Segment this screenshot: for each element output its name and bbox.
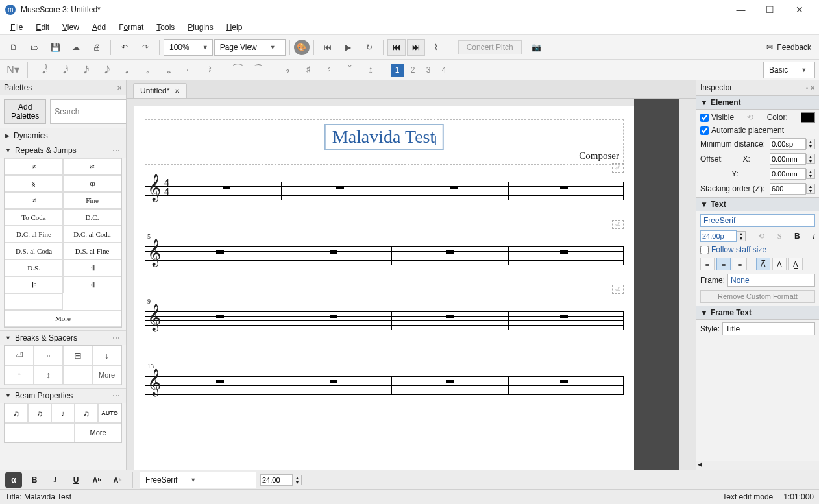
natural-icon[interactable]: ♮ [320,62,338,78]
undock-icon[interactable]: ▫ ✕ [806,84,815,91]
voice-3-button[interactable]: 3 [422,64,435,77]
repeat-cell[interactable]: To Coda [5,209,63,226]
repeat-cell[interactable]: ⊕ [63,175,121,192]
close-tab-icon[interactable]: ✕ [175,88,180,95]
underline-button[interactable]: U [67,472,84,488]
cloud-icon[interactable]: ☁ [66,38,86,56]
menu-help[interactable]: Help [220,21,249,33]
repeat-cell[interactable]: D.C. [63,209,121,226]
menu-plugins[interactable]: Plugins [181,21,219,33]
staff-system[interactable]: 𝄞 [145,371,624,398]
break-cell[interactable]: ⏎ [5,346,34,365]
offset-y-input[interactable] [770,168,806,180]
alpha-icon[interactable]: α [5,472,22,488]
breaks-more[interactable]: More [92,365,121,385]
camera-icon[interactable]: 📷 [527,38,546,56]
menu-file[interactable]: File [4,21,29,33]
minimize-button[interactable]: — [726,0,755,19]
break-cell[interactable]: ▫ [34,346,63,365]
valign-bot-icon[interactable]: A̲ [788,258,803,270]
align-right-icon[interactable]: ≡ [733,258,747,270]
font-family-combo[interactable]: FreeSerif [700,214,815,227]
menu-tools[interactable]: Tools [150,21,181,33]
menu-edit[interactable]: Edit [29,21,56,33]
metronome-icon[interactable]: ⌇ [426,38,446,56]
italic-button[interactable]: I [47,472,64,488]
composer-text[interactable]: Composer [579,150,619,162]
beam-cell[interactable]: ♪ [51,403,75,423]
save-icon[interactable]: 💾 [45,38,65,56]
break-cell[interactable]: ↕ [34,365,63,385]
staff-system[interactable]: 𝄞 [145,241,624,269]
dot-icon[interactable]: · [178,62,197,78]
frame-text-section-head[interactable]: ▼Frame Text [696,306,819,320]
reset-icon[interactable]: ⟲ [747,113,753,122]
offset-x-input[interactable] [770,153,806,165]
remove-formatting-button[interactable]: Remove Custom Formatt [700,290,815,303]
beam-cell[interactable]: ♫ [5,403,28,423]
footer-size-input[interactable] [260,474,293,486]
repeat-cell[interactable]: D.C. al Coda [63,226,121,243]
add-palettes-button[interactable]: Add Palettes [4,99,46,124]
view-mode-combo[interactable]: Page View▼ [214,39,286,56]
close-button[interactable]: ✕ [785,0,814,19]
voice-2-button[interactable]: 2 [406,64,419,77]
title-text-box[interactable]: Malavida Test [324,124,444,150]
concert-pitch-button[interactable]: Concert Pitch [458,40,522,54]
dynamics-section[interactable]: ▶Dynamics [0,128,126,143]
break-cell[interactable]: ⊟ [63,346,92,365]
flip-icon[interactable]: ↕ [361,62,380,78]
slur-icon[interactable]: ⌒ [249,62,267,78]
more-icon[interactable]: ⋯ [112,146,121,155]
menu-view[interactable]: View [56,21,86,33]
follow-staff-checkbox[interactable]: Follow staff size [700,245,815,254]
repeats-more[interactable]: More [5,310,121,327]
repeat-cell[interactable]: 𝄎 [5,158,63,175]
align-left-icon[interactable]: ≡ [700,258,715,270]
menu-format[interactable]: Format [112,21,150,33]
superscript-button[interactable]: Ab [109,472,126,488]
flat-icon[interactable]: ♭ [278,62,297,78]
staff-system[interactable]: 𝄞 [145,306,624,333]
rest-icon[interactable]: 𝄽 [199,62,217,78]
break-cell[interactable]: ↓ [92,346,121,365]
min-distance-input[interactable] [770,138,806,150]
loop-end-icon[interactable]: ⏭ [407,39,425,56]
voice-1-button[interactable]: 1 [391,64,404,77]
palette-search-input[interactable] [50,99,127,124]
footer-font-combo[interactable]: FreeSerif▼ [140,472,256,488]
workspace-combo[interactable]: Basic▼ [763,62,815,78]
element-section-head[interactable]: ▼Element [696,95,819,110]
title-frame[interactable]: Malavida Test Composer [145,119,624,165]
close-icon[interactable]: ✕ [117,84,122,91]
menu-add[interactable]: Add [86,21,112,33]
repeat-cell[interactable]: § [5,175,63,192]
font-size-input[interactable] [700,230,737,242]
repeat-cell[interactable]: D.C. al Fine [5,226,63,243]
more-icon[interactable]: ⋯ [112,333,121,342]
repeat-cell[interactable]: Fine [63,192,121,209]
tie-icon[interactable]: ⁀ [228,62,247,78]
note-input-mode-icon[interactable]: N▾ [4,62,22,78]
print-icon[interactable]: 🖨 [87,38,106,56]
sharp-icon[interactable]: ♯ [299,62,317,78]
loop-icon[interactable]: ↻ [360,38,379,56]
scroll-h[interactable]: ◀ [696,461,819,470]
text-section-head[interactable]: ▼Text [696,197,819,211]
subscript-button[interactable]: Ab [88,472,105,488]
maximize-button[interactable]: ☐ [755,0,785,19]
break-cell[interactable]: ↑ [5,365,34,385]
break-cell[interactable] [63,365,92,385]
style-combo[interactable]: Title [722,322,815,335]
note-16-icon[interactable]: 𝅘𝅥𝅯 [75,62,93,78]
repeat-cell[interactable]: 𝄇 [63,259,121,276]
note-4-icon[interactable]: 𝅘𝅥 [116,62,134,78]
new-file-icon[interactable]: 🗋 [4,38,23,56]
document-tab[interactable]: Untitled* ✕ [133,83,187,98]
visible-checkbox[interactable]: Visible [700,113,734,122]
stacking-input[interactable] [770,183,806,195]
play-icon[interactable]: ▶ [339,38,358,56]
valign-top-icon[interactable]: A̅ [756,258,770,270]
frame-combo[interactable]: None [727,274,815,287]
repeat-cell[interactable]: 𝄏 [63,158,121,175]
